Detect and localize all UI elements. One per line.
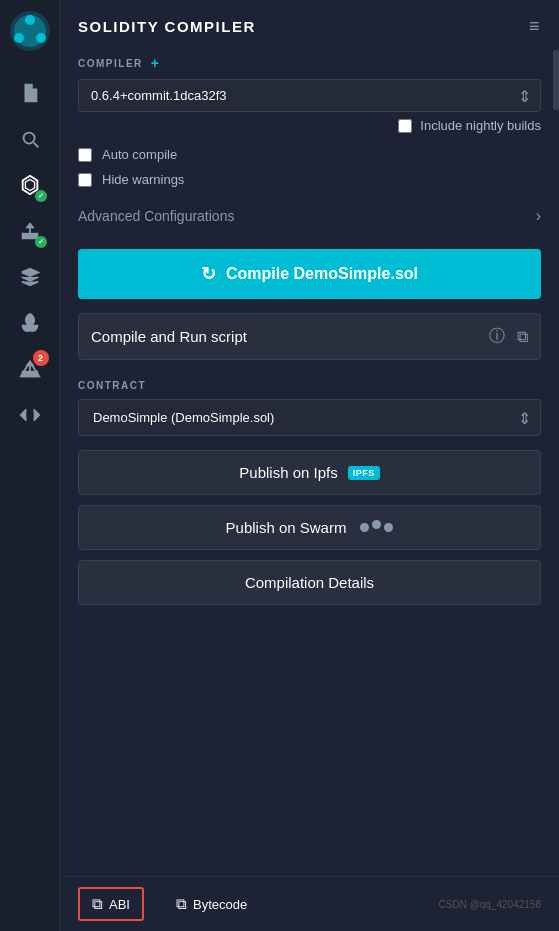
- bytecode-label: Bytecode: [193, 897, 247, 912]
- contract-section: CONTRACT DemoSimple (DemoSimple.sol) ⇕: [78, 380, 541, 436]
- publish-ipfs-label: Publish on Ipfs: [239, 464, 337, 481]
- svg-marker-11: [25, 180, 34, 191]
- scrollbar[interactable]: [553, 50, 559, 110]
- sidebar-item-files[interactable]: [11, 74, 49, 112]
- compiler-version-wrapper: 0.6.4+commit.1dca32f3 ⇕: [78, 79, 541, 112]
- svg-line-9: [33, 143, 38, 148]
- menu-icon[interactable]: ≡: [529, 16, 541, 37]
- sidebar-item-check[interactable]: [11, 258, 49, 296]
- advanced-label: Advanced Configurations: [78, 208, 234, 224]
- nightly-row: Include nightly builds: [78, 118, 541, 133]
- compilation-details-button[interactable]: Compilation Details: [78, 560, 541, 605]
- compiler-version-select[interactable]: 0.6.4+commit.1dca32f3: [78, 79, 541, 112]
- compile-run-button[interactable]: Compile and Run script ⓘ ⧉: [78, 313, 541, 360]
- watermark: CSDN @qq_42042158: [439, 899, 541, 910]
- contract-dropdown-wrapper: DemoSimple (DemoSimple.sol) ⇕: [78, 399, 541, 436]
- deploy-badge: [35, 236, 47, 248]
- hide-warnings-checkbox[interactable]: [78, 173, 92, 187]
- auto-compile-checkbox[interactable]: [78, 148, 92, 162]
- svg-rect-5: [26, 91, 33, 92]
- info-icon[interactable]: ⓘ: [489, 326, 505, 347]
- abi-copy-icon: ⧉: [92, 895, 103, 913]
- warnings-badge: 2: [33, 350, 49, 366]
- sidebar: 2: [0, 0, 60, 931]
- main-panel: SOLIDITY COMPILER ≡ COMPILER + 0.6.4+com…: [60, 0, 559, 931]
- bottom-bar: ⧉ ABI ⧉ Bytecode CSDN @qq_42042158: [60, 876, 559, 931]
- advanced-configurations-row[interactable]: Advanced Configurations ›: [78, 197, 541, 235]
- chevron-right-icon: ›: [536, 207, 541, 225]
- compile-run-label: Compile and Run script: [91, 328, 247, 345]
- svg-point-2: [25, 15, 35, 25]
- hide-warnings-label: Hide warnings: [102, 172, 184, 187]
- svg-point-4: [36, 33, 46, 43]
- sidebar-item-swarm[interactable]: [11, 304, 49, 342]
- bytecode-button[interactable]: ⧉ Bytecode: [164, 889, 259, 919]
- compile-run-actions: ⓘ ⧉: [489, 326, 528, 347]
- nightly-checkbox[interactable]: [398, 119, 412, 133]
- sidebar-item-search[interactable]: [11, 120, 49, 158]
- compiler-add-button[interactable]: +: [151, 55, 161, 71]
- ipfs-badge: IPFS: [348, 466, 380, 480]
- solidity-badge: [35, 190, 47, 202]
- compiler-section-label: COMPILER +: [78, 55, 541, 71]
- svg-rect-7: [26, 97, 31, 98]
- compilation-details-label: Compilation Details: [245, 574, 374, 591]
- contract-select[interactable]: DemoSimple (DemoSimple.sol): [78, 399, 541, 436]
- abi-button[interactable]: ⧉ ABI: [78, 887, 144, 921]
- compile-button-label: Compile DemoSimple.sol: [226, 265, 418, 283]
- auto-compile-label: Auto compile: [102, 147, 177, 162]
- copy-icon[interactable]: ⧉: [517, 328, 528, 346]
- publish-ipfs-button[interactable]: Publish on Ipfs IPFS: [78, 450, 541, 495]
- sidebar-item-warnings[interactable]: 2: [11, 350, 49, 388]
- sidebar-item-code[interactable]: [11, 396, 49, 434]
- sidebar-item-deploy[interactable]: [11, 212, 49, 250]
- publish-swarm-button[interactable]: Publish on Swarm: [78, 505, 541, 550]
- abi-label: ABI: [109, 897, 130, 912]
- swarm-icon: [360, 523, 393, 532]
- svg-point-8: [23, 133, 34, 144]
- nightly-label: Include nightly builds: [420, 118, 541, 133]
- contract-section-label: CONTRACT: [78, 380, 541, 391]
- svg-point-3: [14, 33, 24, 43]
- hide-warnings-row: Hide warnings: [78, 172, 541, 187]
- sidebar-logo: [9, 10, 51, 56]
- compile-button[interactable]: ↻ Compile DemoSimple.sol: [78, 249, 541, 299]
- auto-compile-row: Auto compile: [78, 147, 541, 162]
- compile-refresh-icon: ↻: [201, 263, 216, 285]
- bytecode-copy-icon: ⧉: [176, 895, 187, 913]
- publish-swarm-label: Publish on Swarm: [226, 519, 347, 536]
- svg-rect-6: [26, 94, 33, 95]
- sidebar-item-solidity[interactable]: [11, 166, 49, 204]
- page-title: SOLIDITY COMPILER ≡: [78, 16, 541, 37]
